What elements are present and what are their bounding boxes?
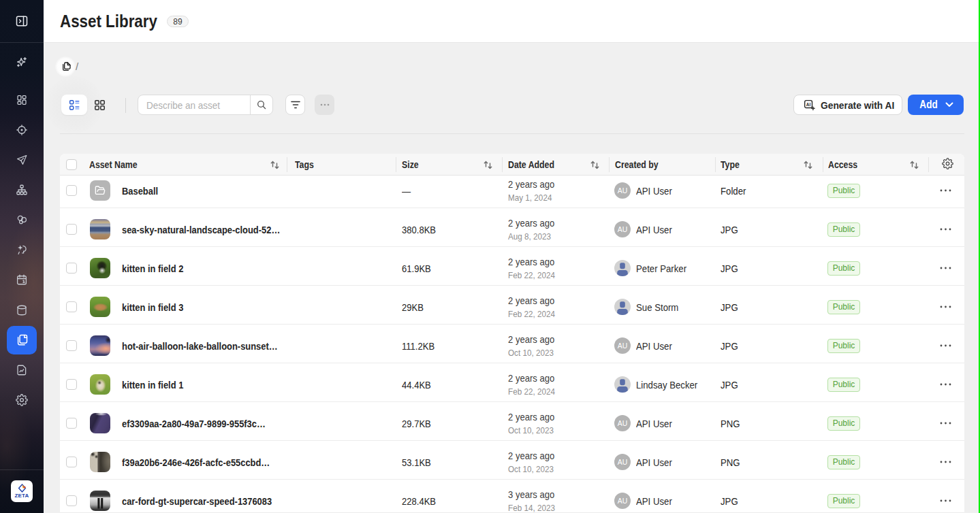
svg-text:AI: AI [806, 102, 811, 107]
